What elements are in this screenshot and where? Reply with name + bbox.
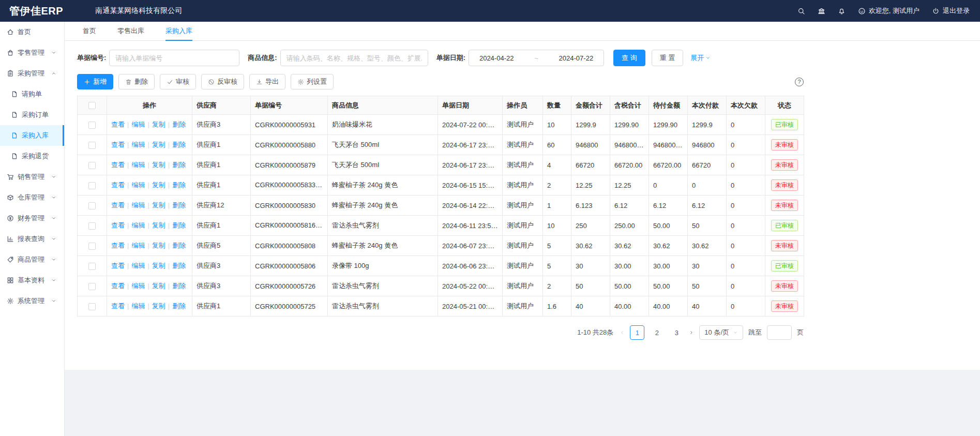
page-button-1[interactable]: 1 xyxy=(630,325,644,340)
action-separator: | xyxy=(127,141,129,148)
sidebar-item-goods[interactable]: 商品管理 xyxy=(0,249,64,270)
row-action-view[interactable]: 查看 xyxy=(111,242,125,249)
row-action-edit[interactable]: 编辑 xyxy=(131,161,145,169)
tab-purchase-inbound[interactable]: 采购入库 xyxy=(165,22,192,40)
row-action-edit[interactable]: 编辑 xyxy=(131,302,145,310)
export-button[interactable]: 导出 xyxy=(249,74,285,89)
product-info-input[interactable] xyxy=(280,50,428,66)
row-action-delete[interactable]: 删除 xyxy=(172,302,186,310)
row-action-copy[interactable]: 复制 xyxy=(152,181,165,189)
bell-icon[interactable] xyxy=(838,7,846,15)
sidebar-item-warehouse[interactable]: 仓库管理 xyxy=(0,187,64,208)
row-action-edit[interactable]: 编辑 xyxy=(131,242,145,249)
sidebar-item-basedata[interactable]: 基本资料 xyxy=(0,270,64,291)
search-button[interactable]: 查 询 xyxy=(613,50,645,66)
tab-retail-outbound[interactable]: 零售出库 xyxy=(117,22,144,40)
row-action-edit[interactable]: 编辑 xyxy=(131,141,145,148)
bank-icon[interactable] xyxy=(818,7,825,15)
select-all-checkbox[interactable] xyxy=(88,102,96,109)
row-action-copy[interactable]: 复制 xyxy=(152,262,165,269)
expand-toggle[interactable]: 展开 xyxy=(690,53,711,63)
row-checkbox[interactable] xyxy=(88,243,96,250)
unapprove-button[interactable]: 反审核 xyxy=(201,74,244,89)
row-action-view[interactable]: 查看 xyxy=(111,282,125,290)
page-button-2[interactable]: 2 xyxy=(650,325,664,340)
sidebar-item-sales[interactable]: 销售管理 xyxy=(0,167,64,187)
row-action-delete[interactable]: 删除 xyxy=(172,242,186,249)
row-action-edit[interactable]: 编辑 xyxy=(131,181,145,189)
date-range-picker[interactable]: 2024-04-22 ~ 2024-07-22 xyxy=(469,50,604,66)
row-action-edit[interactable]: 编辑 xyxy=(131,121,145,128)
row-action-edit[interactable]: 编辑 xyxy=(131,201,145,209)
cell-actions: 查看|编辑|复制|删除 xyxy=(107,256,192,276)
row-action-edit[interactable]: 编辑 xyxy=(131,221,145,229)
row-action-copy[interactable]: 复制 xyxy=(152,221,165,229)
page-size-select[interactable]: 10 条/页 xyxy=(699,325,743,340)
search-icon[interactable] xyxy=(797,7,805,15)
row-action-copy[interactable]: 复制 xyxy=(152,121,165,128)
row-action-view[interactable]: 查看 xyxy=(111,181,125,189)
row-action-view[interactable]: 查看 xyxy=(111,201,125,209)
row-action-delete[interactable]: 删除 xyxy=(172,262,186,269)
sidebar-item-home[interactable]: 首页 xyxy=(0,22,64,42)
row-checkbox[interactable] xyxy=(88,202,96,209)
row-action-view[interactable]: 查看 xyxy=(111,302,125,310)
row-checkbox[interactable] xyxy=(88,263,96,270)
add-button[interactable]: 新增 xyxy=(77,74,113,89)
row-action-copy[interactable]: 复制 xyxy=(152,242,165,249)
row-action-copy[interactable]: 复制 xyxy=(152,302,165,310)
row-action-copy[interactable]: 复制 xyxy=(152,141,165,148)
row-action-copy[interactable]: 复制 xyxy=(152,201,165,209)
action-separator: | xyxy=(168,221,170,229)
sidebar-subitem-purchase-order[interactable]: 采购订单 xyxy=(0,104,64,125)
row-checkbox[interactable] xyxy=(88,222,96,230)
row-action-delete[interactable]: 删除 xyxy=(172,282,186,290)
jump-page-input[interactable] xyxy=(767,325,792,340)
row-action-edit[interactable]: 编辑 xyxy=(131,262,145,269)
help-icon[interactable]: ? xyxy=(795,78,804,86)
cell-supplier: 供应商3 xyxy=(192,115,251,135)
logout-button[interactable]: 退出登录 xyxy=(932,6,970,16)
sidebar-item-purchase[interactable]: 采购管理 xyxy=(0,63,64,84)
next-page-button[interactable] xyxy=(689,330,694,335)
row-action-view[interactable]: 查看 xyxy=(111,141,125,148)
sidebar-subitem-purchase-return[interactable]: 采购退货 xyxy=(0,146,64,167)
row-action-copy[interactable]: 复制 xyxy=(152,282,165,290)
user-welcome[interactable]: 欢迎您, 测试用户 xyxy=(858,6,919,16)
sidebar-item-report[interactable]: 报表查询 xyxy=(0,229,64,249)
row-action-delete[interactable]: 删除 xyxy=(172,141,186,148)
tab-home[interactable]: 首页 xyxy=(83,22,96,40)
page-button-3[interactable]: 3 xyxy=(669,325,684,340)
row-action-delete[interactable]: 删除 xyxy=(172,201,186,209)
row-action-delete[interactable]: 删除 xyxy=(172,181,186,189)
delete-button[interactable]: 删除 xyxy=(118,74,155,89)
sidebar-subitem-purchase-inbound[interactable]: 采购入库 xyxy=(0,125,64,146)
row-checkbox[interactable] xyxy=(88,182,96,189)
home-icon xyxy=(7,28,14,36)
column-settings-button[interactable]: 列设置 xyxy=(291,74,334,89)
approve-button[interactable]: 审核 xyxy=(160,74,196,89)
row-action-view[interactable]: 查看 xyxy=(111,221,125,229)
row-checkbox[interactable] xyxy=(88,303,96,310)
sidebar-item-finance[interactable]: 财务管理 xyxy=(0,208,64,229)
row-checkbox[interactable] xyxy=(88,283,96,290)
sidebar-item-retail[interactable]: 零售管理 xyxy=(0,42,64,63)
row-action-delete[interactable]: 删除 xyxy=(172,161,186,169)
prev-page-button[interactable] xyxy=(620,330,625,335)
row-action-view[interactable]: 查看 xyxy=(111,262,125,269)
row-action-view[interactable]: 查看 xyxy=(111,161,125,169)
row-checkbox[interactable] xyxy=(88,142,96,149)
sidebar-item-system[interactable]: 系统管理 xyxy=(0,291,64,311)
bill-no-input[interactable] xyxy=(109,50,239,66)
row-action-view[interactable]: 查看 xyxy=(111,121,125,128)
row-action-delete[interactable]: 删除 xyxy=(172,221,186,229)
row-action-edit[interactable]: 编辑 xyxy=(131,282,145,290)
sidebar-subitem-purchase-request[interactable]: 请购单 xyxy=(0,84,64,104)
row-action-copy[interactable]: 复制 xyxy=(152,161,165,169)
cell-operator: 测试用户 xyxy=(503,155,543,175)
reset-button[interactable]: 重 置 xyxy=(652,50,684,66)
cell-date: 2024-06-11 23:57:39 xyxy=(438,216,503,236)
row-checkbox[interactable] xyxy=(88,122,96,129)
row-checkbox[interactable] xyxy=(88,162,96,169)
row-action-delete[interactable]: 删除 xyxy=(172,121,186,128)
